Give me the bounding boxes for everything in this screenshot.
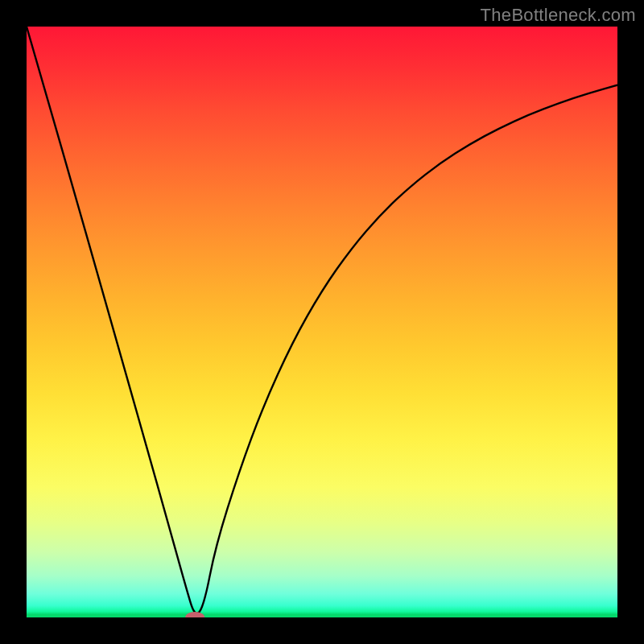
bottleneck-curve [27, 27, 617, 613]
plot-area [27, 27, 617, 617]
curve-svg [27, 27, 617, 617]
watermark-text: TheBottleneck.com [481, 5, 636, 26]
chart-frame: TheBottleneck.com [0, 0, 644, 644]
minimum-marker [185, 612, 204, 617]
